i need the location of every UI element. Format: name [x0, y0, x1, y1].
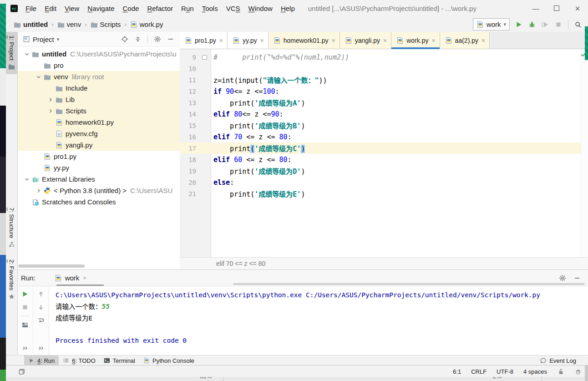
expand-arrow-icon[interactable]: [46, 108, 56, 114]
breadcrumb-untitled[interactable]: untitled: [14, 20, 48, 28]
expand-arrow-icon[interactable]: [46, 97, 56, 103]
menu-navigate[interactable]: Navigate: [83, 5, 118, 12]
tree-item-venv[interactable]: venvlibrary root: [17, 71, 180, 82]
soft-wrap-icon[interactable]: [37, 317, 45, 324]
fold-marker-icon[interactable]: [202, 55, 207, 60]
expand-arrow-icon[interactable]: [22, 176, 32, 183]
tree-item-homework01-py[interactable]: homework01.py: [17, 117, 180, 128]
editor-scrollbar[interactable]: [581, 49, 588, 257]
editor-tab-work-py[interactable]: work.py×: [391, 32, 440, 49]
menu-help[interactable]: Help: [277, 5, 299, 12]
run-with-coverage-button[interactable]: [542, 21, 549, 28]
run-configuration-select[interactable]: work ▾: [473, 18, 510, 30]
expand-arrow-icon[interactable]: [34, 188, 44, 194]
breadcrumb-work-py[interactable]: work.py: [130, 20, 163, 28]
code-line-15[interactable]: 15 print('成绩等级为B'): [180, 120, 581, 131]
run-console[interactable]: C:\Users\ASUS\PycharmProjects\untitled\v…: [49, 286, 588, 356]
search-everywhere-button[interactable]: [574, 21, 582, 28]
close-icon[interactable]: ×: [567, 0, 588, 17]
menu-view[interactable]: View: [61, 5, 83, 12]
up-stack-trace-icon[interactable]: [37, 290, 45, 298]
menu-tools[interactable]: Tools: [198, 5, 222, 12]
settings-gear-icon[interactable]: [559, 274, 566, 282]
close-icon[interactable]: ×: [260, 37, 264, 44]
editor-breadcrumb[interactable]: elif 70 <= z <= 80: [180, 257, 588, 269]
toolwindow-button-6-todo[interactable]: 6: TODO: [59, 356, 100, 366]
code-line-20[interactable]: 20else:: [180, 177, 581, 188]
menu-file[interactable]: File: [21, 5, 41, 12]
tree-item-external-libraries[interactable]: External Libraries: [17, 173, 180, 185]
toolwindow-structure-button[interactable]: 7: Structure: [6, 204, 17, 252]
close-icon[interactable]: ×: [431, 37, 435, 44]
caret-position[interactable]: 6:1: [453, 368, 461, 375]
close-icon[interactable]: ×: [332, 37, 335, 44]
code-line-21[interactable]: 21 print('成绩等级为E'): [180, 188, 581, 199]
stop-button[interactable]: [555, 21, 562, 28]
collapse-all-icon[interactable]: [134, 36, 142, 43]
toolwindow-favorites-button[interactable]: 2: Favorites: [6, 256, 17, 304]
stop-button[interactable]: [21, 304, 29, 311]
select-opened-file-icon[interactable]: [121, 36, 128, 43]
tree-item-scratches-and-consoles[interactable]: Scratches and Consoles: [17, 196, 180, 208]
code-line-10[interactable]: 10: [180, 63, 581, 74]
editor-tab-yy-py[interactable]: yy.py×: [228, 32, 269, 49]
minimize-icon[interactable]: —: [525, 0, 546, 17]
settings-gear-icon[interactable]: [154, 36, 161, 43]
expand-arrow-icon[interactable]: [22, 51, 32, 57]
tree-item-scripts[interactable]: Scripts: [17, 105, 180, 117]
menu-refactor[interactable]: Refactor: [143, 5, 177, 12]
line-separator[interactable]: CRLF: [471, 368, 487, 375]
menu-vcs[interactable]: VCS: [222, 5, 244, 12]
breadcrumb-venv[interactable]: venv: [57, 20, 81, 28]
horizontal-scrollbar[interactable]: [18, 264, 85, 268]
breadcrumb-scripts[interactable]: Scripts: [91, 20, 121, 28]
hide-panel-icon[interactable]: [167, 36, 174, 43]
code-line-14[interactable]: 14elif 80<= z <=90:: [180, 108, 581, 120]
more-actions-icon[interactable]: [21, 345, 29, 352]
expand-arrow-icon[interactable]: [34, 74, 44, 80]
code-line-18[interactable]: 18elif 60 <= z <= 80:: [180, 154, 581, 165]
tree-item-pyvenv-cfg[interactable]: pyvenv.cfg: [17, 128, 180, 139]
indent-style[interactable]: 4 spaces: [523, 368, 547, 375]
code-line-13[interactable]: 13 print('成绩等级为A'): [180, 97, 581, 108]
chevron-down-icon[interactable]: ▾: [57, 36, 60, 42]
run-button[interactable]: [515, 21, 522, 28]
toolwindow-button-4-run[interactable]: 4: Run: [24, 356, 59, 366]
hide-panel-icon[interactable]: [573, 274, 581, 282]
editor-tab-pro1-py[interactable]: pro1.py×: [180, 32, 228, 49]
tree-item-include[interactable]: Include: [17, 82, 180, 94]
close-icon[interactable]: ×: [482, 37, 485, 44]
run-tab[interactable]: work ×: [52, 270, 89, 286]
tree-item-lib[interactable]: Lib: [17, 94, 180, 105]
tree-item-yangli-py[interactable]: yangli.py: [17, 139, 180, 151]
code-editor[interactable]: 9# print("%d=%d"%(num1,num2))1011z=int(i…: [180, 49, 588, 257]
menu-edit[interactable]: Edit: [41, 5, 61, 12]
toolwindow-button-python-console[interactable]: Python Console: [139, 356, 198, 366]
menu-window[interactable]: Window: [244, 5, 277, 12]
code-line-19[interactable]: 19 print('成绩等级为D'): [180, 165, 581, 177]
event-log-button[interactable]: Event Log: [539, 357, 576, 364]
toolwindow-project-button[interactable]: 1: Project: [6, 32, 17, 74]
toolwindow-toggle-icon[interactable]: [18, 368, 25, 375]
code-line-9[interactable]: 9# print("%d=%d"%(num1,num2)): [180, 51, 581, 63]
code-line-17[interactable]: 17 print('成绩等级为C'): [180, 142, 581, 154]
close-icon[interactable]: ×: [383, 37, 387, 44]
close-icon[interactable]: ×: [83, 274, 86, 281]
debug-button[interactable]: [528, 21, 536, 28]
file-encoding[interactable]: UTF-8: [497, 368, 513, 375]
code-line-16[interactable]: 16elif 70 <= z <= 80:: [180, 131, 581, 142]
tree-item-pro[interactable]: pro: [17, 60, 180, 71]
editor-tab-homework01-py[interactable]: homework01.py×: [269, 32, 340, 49]
editor-tab-aa-2-py[interactable]: aa(2).py×: [440, 32, 490, 49]
hector-icon[interactable]: [574, 368, 582, 375]
more-actions-icon[interactable]: [37, 345, 45, 352]
toolwindow-button-terminal[interactable]: Terminal: [100, 356, 139, 366]
tree-item-python-3-8-untitled[interactable]: < Python 3.8 (untitled) >C:\Users\ASU: [17, 185, 180, 196]
menu-run[interactable]: Run: [177, 5, 198, 12]
close-icon[interactable]: ×: [219, 37, 223, 44]
editor-tab-yangli-py[interactable]: yangli.py×: [340, 32, 391, 49]
lock-icon[interactable]: [557, 368, 564, 375]
tree-item-untitled[interactable]: untitledC:\Users\ASUS\PycharmProjects\u: [17, 48, 180, 60]
down-stack-trace-icon[interactable]: [37, 304, 45, 311]
code-line-12[interactable]: 12if 90<= z <=100:: [180, 86, 581, 97]
